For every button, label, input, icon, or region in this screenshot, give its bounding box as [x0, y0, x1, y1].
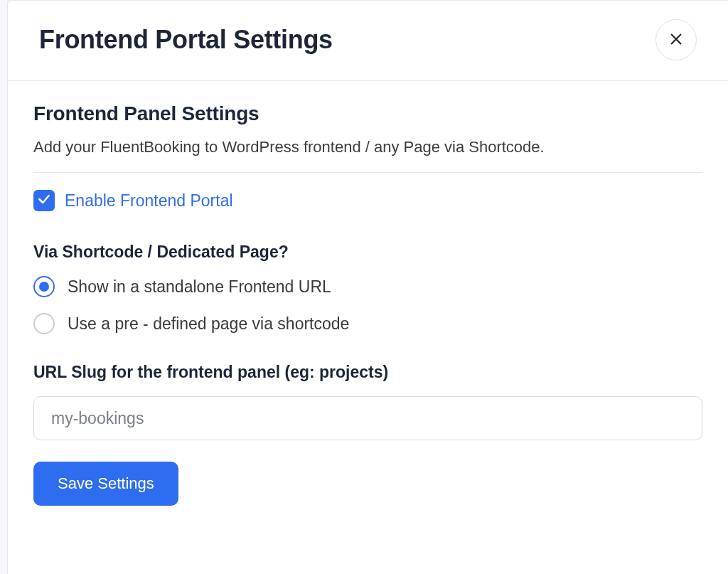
enable-frontend-checkbox[interactable]	[33, 190, 55, 211]
radio-predefined-page[interactable]: Use a pre - defined page via shortcode	[33, 313, 702, 334]
save-button[interactable]: Save Settings	[33, 462, 178, 506]
background-sliver	[0, 0, 7, 574]
section-title: Frontend Panel Settings	[33, 102, 702, 125]
radio-input-predefined[interactable]	[33, 313, 55, 334]
close-button[interactable]	[655, 19, 697, 60]
enable-frontend-label: Enable Frontend Portal	[65, 191, 233, 211]
url-slug-label: URL Slug for the frontend panel (eg: pro…	[33, 363, 702, 382]
close-icon	[668, 31, 684, 49]
check-icon	[37, 192, 51, 209]
via-radio-group: Show in a standalone Frontend URL Use a …	[33, 276, 702, 334]
radio-input-standalone[interactable]	[33, 276, 55, 297]
modal-title: Frontend Portal Settings	[39, 25, 333, 55]
section-description: Add your FluentBooking to WordPress fron…	[33, 138, 702, 156]
radio-label-predefined: Use a pre - defined page via shortcode	[68, 314, 349, 334]
settings-modal: Frontend Portal Settings Frontend Panel …	[7, 0, 728, 574]
via-section-label: Via Shortcode / Dedicated Page?	[33, 243, 702, 262]
radio-standalone-url[interactable]: Show in a standalone Frontend URL	[33, 276, 702, 297]
radio-label-standalone: Show in a standalone Frontend URL	[68, 277, 331, 297]
enable-frontend-checkbox-row[interactable]: Enable Frontend Portal	[33, 190, 702, 211]
divider	[33, 172, 702, 173]
url-slug-input[interactable]	[33, 396, 702, 440]
modal-body: Frontend Panel Settings Add your FluentB…	[8, 81, 728, 534]
modal-header: Frontend Portal Settings	[8, 1, 728, 81]
